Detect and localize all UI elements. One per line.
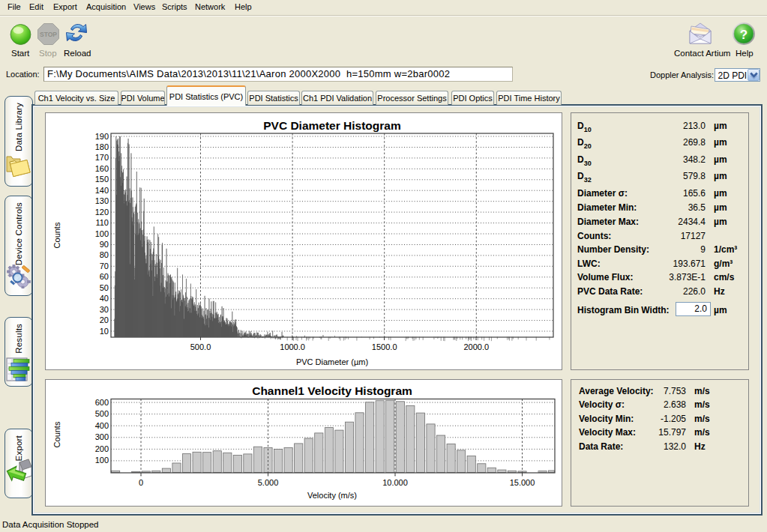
svg-text:1500.0: 1500.0	[372, 342, 397, 351]
svg-text:0: 0	[139, 478, 143, 487]
svg-text:Channel1 Velocity Histogram: Channel1 Velocity Histogram	[252, 384, 412, 397]
svg-text:Counts: Counts	[52, 421, 61, 447]
svg-text:500: 500	[95, 409, 109, 418]
svg-text:PVC Diameter (µm): PVC Diameter (µm)	[296, 357, 368, 366]
svg-text:10: 10	[100, 327, 109, 336]
svg-text:?: ?	[740, 28, 748, 42]
svg-text:160: 160	[95, 164, 109, 173]
svg-text:10.000: 10.000	[382, 478, 408, 487]
svg-text:1000.0: 1000.0	[280, 342, 305, 351]
svg-text:40: 40	[100, 294, 109, 303]
svg-text:140: 140	[95, 186, 109, 195]
svg-text:180: 180	[95, 142, 109, 151]
svg-text:90: 90	[100, 240, 109, 249]
svg-text:50: 50	[100, 283, 109, 292]
svg-text:30: 30	[100, 305, 109, 314]
svg-text:PVC Diameter Histogram: PVC Diameter Histogram	[263, 119, 400, 132]
svg-text:20: 20	[100, 315, 109, 324]
svg-text:Velocity (m/s): Velocity (m/s)	[307, 491, 357, 500]
svg-text:15.000: 15.000	[510, 478, 535, 487]
svg-text:400: 400	[95, 421, 109, 430]
svg-text:100: 100	[95, 229, 109, 238]
svg-text:200: 200	[95, 444, 109, 453]
svg-text:60: 60	[100, 272, 109, 281]
svg-text:300: 300	[95, 432, 109, 441]
svg-text:120: 120	[95, 208, 109, 217]
svg-text:130: 130	[95, 196, 109, 205]
svg-text:500.0: 500.0	[190, 342, 211, 351]
svg-text:2000.0: 2000.0	[463, 342, 489, 351]
svg-text:110: 110	[95, 218, 109, 227]
svg-text:190: 190	[95, 132, 109, 141]
svg-text:STOP: STOP	[40, 31, 57, 38]
svg-text:5.000: 5.000	[258, 478, 279, 487]
svg-text:600: 600	[95, 398, 109, 407]
svg-text:150: 150	[95, 175, 109, 184]
svg-text:70: 70	[100, 262, 109, 270]
svg-text:100: 100	[95, 456, 109, 465]
svg-text:80: 80	[100, 250, 109, 259]
svg-text:170: 170	[95, 153, 109, 162]
svg-text:Counts: Counts	[52, 222, 61, 248]
